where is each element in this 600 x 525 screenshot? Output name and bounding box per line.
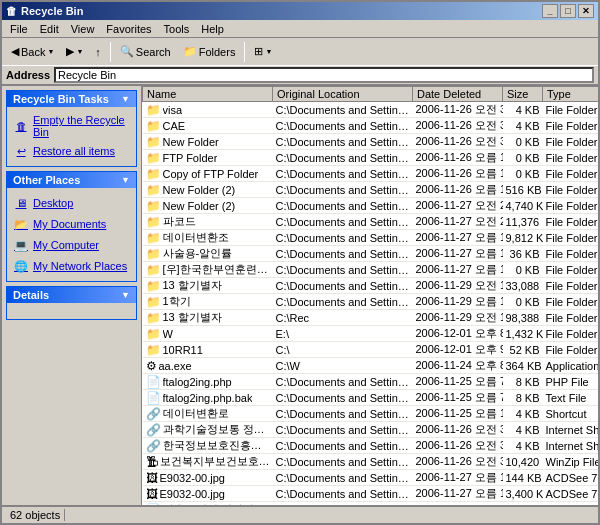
file-icon: 📁 (146, 167, 161, 181)
back-button[interactable]: ◀ Back ▼ (6, 41, 59, 63)
table-row[interactable]: 📁 데이터변환조 C:\Documents and Settings\W9...… (143, 230, 599, 246)
table-row[interactable]: 📁 Copy of FTP Folder C:\Documents and Se… (143, 166, 599, 182)
table-row[interactable]: 📁 10RR11 C:\2006-12-01 오후 9:5052 KBFile … (143, 342, 599, 358)
file-name: 데이터변환로 (163, 406, 229, 421)
table-row[interactable]: 🔗 한국정보보호진흥원(KISA) C:\Documents and Setti… (143, 438, 599, 454)
table-row[interactable]: 📁 [우]한국한부연훈련입말의 C:\Documents and Setting… (143, 262, 599, 278)
col-header-size[interactable]: Size (503, 87, 543, 102)
table-row[interactable]: 📁 CAE C:\Documents and Settings\W9...200… (143, 118, 599, 134)
table-row[interactable]: 📁 New Folder C:\Documents and Settings\W… (143, 134, 599, 150)
menu-view[interactable]: View (65, 21, 101, 37)
menu-edit[interactable]: Edit (34, 21, 65, 37)
restore-all-link[interactable]: ↩ Restore all items (11, 141, 132, 161)
menu-help[interactable]: Help (195, 21, 230, 37)
file-size: 1,432 KB (503, 326, 543, 342)
table-row[interactable]: 🔗 데이터변환로 C:\Documents and Settings\Wry..… (143, 406, 599, 422)
col-header-location[interactable]: Original Location (273, 87, 413, 102)
empty-recycle-bin-link[interactable]: 🗑 Empty the Recycle Bin (11, 112, 132, 140)
my-documents-link[interactable]: 📂 My Documents (11, 214, 132, 234)
file-name: New Folder (163, 136, 219, 148)
file-deleted: 2006-11-27 오름 1:04 (413, 230, 503, 246)
table-row[interactable]: 📁 New Folder (2) C:\Documents and Settin… (143, 198, 599, 214)
file-location: C:\Documents and Settings\W9... (273, 278, 413, 294)
up-button[interactable]: ↑ (90, 41, 106, 63)
folders-icon: 📁 (183, 45, 197, 58)
col-header-name[interactable]: Name (143, 87, 273, 102)
maximize-button[interactable]: □ (560, 4, 576, 18)
desktop-link[interactable]: 🖥 Desktop (11, 193, 132, 213)
table-row[interactable]: 📁 1학기 C:\Documents and Settings\W9...200… (143, 294, 599, 310)
file-name: aa.exe (159, 360, 192, 372)
table-row[interactable]: 🖼 E9032-00.jpg C:\Documents and Settings… (143, 486, 599, 502)
file-deleted: 2006-11-26 오름 1 (413, 150, 503, 166)
file-location: C:\Documents and Settings\W9... (273, 294, 413, 310)
panel-details-title: Details (13, 289, 49, 301)
table-row[interactable]: 📁 FTP Folder C:\Documents and Settings\W… (143, 150, 599, 166)
close-button[interactable]: ✕ (578, 4, 594, 18)
folders-button[interactable]: 📁 Folders (178, 41, 241, 63)
col-header-type[interactable]: Type (543, 87, 599, 102)
restore-all-icon: ↩ (13, 143, 29, 159)
panel-other-places-header[interactable]: Other Places ▼ (7, 172, 136, 188)
file-name: [우]한국한부연훈련입말의 (163, 262, 271, 277)
file-name: New Folder (2) (163, 184, 236, 196)
file-deleted: 2006-11-27 오름 1:03 (413, 470, 503, 486)
folders-label: Folders (199, 46, 236, 58)
file-name: visa (163, 104, 183, 116)
menu-favorites[interactable]: Favorites (100, 21, 157, 37)
file-name: E9032-00.jpg (160, 488, 225, 500)
my-network-places-link[interactable]: 🌐 My Network Places (11, 256, 132, 276)
file-location: E:\ (273, 326, 413, 342)
table-row[interactable]: 📁 13 할기별자 C:\Rec2006-11-29 오전 1:2398,388… (143, 310, 599, 326)
table-row[interactable]: 📄 ftalog2ing.php C:\Documents and Settin… (143, 374, 599, 390)
file-icon: 📁 (146, 327, 161, 341)
file-size: 0 KB (503, 134, 543, 150)
table-row[interactable]: 📄 ftalog2ing.php.bak C:\Documents and Se… (143, 390, 599, 406)
panel-other-places-body: 🖥 Desktop 📂 My Documents 💻 My Computer 🌐… (7, 188, 136, 281)
file-size: 52 KB (503, 342, 543, 358)
file-list-container[interactable]: Name Original Location Date Deleted Size… (142, 86, 598, 505)
menu-tools[interactable]: Tools (158, 21, 196, 37)
my-computer-link[interactable]: 💻 My Computer (11, 235, 132, 255)
my-network-icon: 🌐 (13, 258, 29, 274)
table-row[interactable]: 📁 New Folder (2) C:\Documents and Settin… (143, 182, 599, 198)
forward-icon: ▶ (66, 45, 74, 58)
view-icon: ⊞ (254, 45, 263, 58)
view-button[interactable]: ⊞ ▼ (249, 41, 277, 63)
file-type: Application (543, 358, 599, 374)
panel-other-places-title: Other Places (13, 174, 80, 186)
file-type: File Folder (543, 134, 599, 150)
table-row[interactable]: 📁 visa C:\Documents and Settings\W9...20… (143, 102, 599, 118)
search-button[interactable]: 🔍 Search (115, 41, 176, 63)
file-name: 13 할기별자 (163, 310, 222, 325)
file-deleted: 2006-11-26 오전 3:53 (413, 454, 503, 470)
forward-button[interactable]: ▶ ▼ (61, 41, 88, 63)
table-row[interactable]: 🔗 과학기술정보통 정보비스 C:\Documents and Settings… (143, 422, 599, 438)
table-row[interactable]: 📁 W E:\2006-12-01 오후 8:501,432 KBFile Fo… (143, 326, 599, 342)
file-deleted: 2006-11-26 오름 1:03 (413, 182, 503, 198)
panel-details-header[interactable]: Details ▼ (7, 287, 136, 303)
col-header-deleted[interactable]: Date Deleted (413, 87, 503, 102)
file-icon: 🗜 (146, 455, 158, 469)
file-location: C:\Documents and Settings\W9... (273, 182, 413, 198)
file-type: File Folder (543, 294, 599, 310)
file-icon: 🖼 (146, 471, 158, 485)
table-row[interactable]: 📁 사술용-알인률 C:\Documents and Settings\W9..… (143, 246, 599, 262)
table-row[interactable]: ⚙ aa.exe C:\W2006-11-24 오후 8:19364 KBApp… (143, 358, 599, 374)
address-input[interactable] (54, 67, 594, 83)
panel-recycle-tasks: Recycle Bin Tasks ▼ 🗑 Empty the Recycle … (6, 90, 137, 167)
table-row[interactable]: 🗜 보건복지부보건보호.zip C:\Documents and Setting… (143, 454, 599, 470)
minimize-button[interactable]: _ (542, 4, 558, 18)
table-row[interactable]: 📁 13 할기별자 C:\Documents and Settings\W9..… (143, 278, 599, 294)
file-name: 한국정보보호진흥원(KISA) (163, 438, 271, 453)
file-icon: 🖼 (146, 487, 158, 501)
file-location: C:\Documents and Settings\W9... (273, 150, 413, 166)
panel-recycle-tasks-header[interactable]: Recycle Bin Tasks ▼ (7, 91, 136, 107)
panel-details: Details ▼ (6, 286, 137, 320)
file-deleted: 2006-11-26 오전 3:49 (413, 118, 503, 134)
file-type: File Folder (543, 246, 599, 262)
menu-file[interactable]: File (4, 21, 34, 37)
file-type: Internet Shortcut (543, 422, 599, 438)
table-row[interactable]: 🖼 E9032-00.jpg C:\Documents and Settings… (143, 470, 599, 486)
table-row[interactable]: 📁 파코드 C:\Documents and Settings\W9...200… (143, 214, 599, 230)
